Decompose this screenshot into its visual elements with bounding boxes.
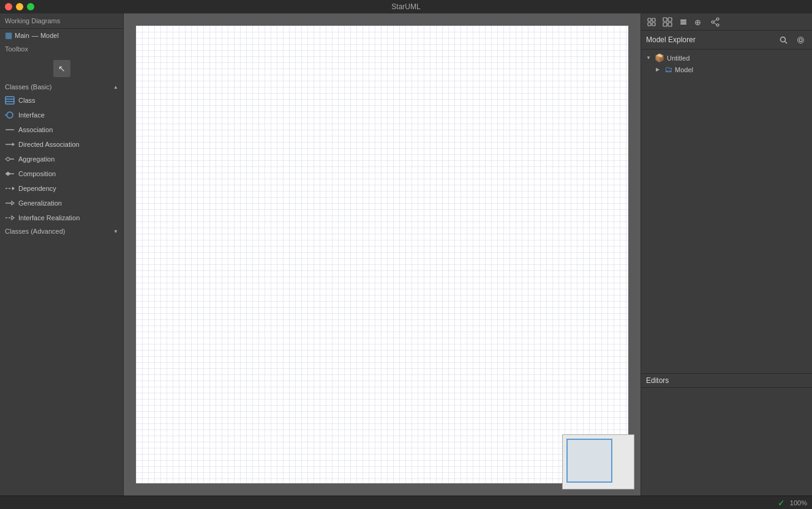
svg-marker-15 bbox=[12, 201, 14, 205]
toolbox-item-directed-association[interactable]: Directed Association bbox=[0, 137, 123, 152]
tree-arrow-untitled: ▼ bbox=[646, 55, 652, 61]
diagram-sublabel: — Model bbox=[32, 32, 59, 39]
cursor-tool[interactable]: ↖ bbox=[0, 56, 123, 81]
svg-marker-7 bbox=[12, 143, 15, 146]
svg-rect-18 bbox=[648, 18, 651, 21]
toolbox-item-interface-realization-label: Interface Realization bbox=[18, 214, 80, 221]
model-explorer-header: Model Explorer bbox=[641, 31, 812, 50]
section-classes-basic-arrow: ▲ bbox=[113, 84, 118, 90]
svg-marker-10 bbox=[6, 172, 10, 176]
working-diagrams-label: Working Diagrams bbox=[5, 17, 60, 24]
svg-rect-0 bbox=[6, 97, 14, 104]
svg-rect-28 bbox=[680, 23, 686, 24]
svg-point-38 bbox=[797, 37, 803, 43]
toolbox-item-association[interactable]: Association bbox=[0, 122, 123, 137]
share-icon-btn[interactable] bbox=[709, 15, 722, 29]
svg-text:⊕: ⊕ bbox=[694, 18, 701, 27]
svg-rect-21 bbox=[652, 23, 655, 26]
section-classes-basic-label: Classes (Basic) bbox=[5, 83, 51, 91]
toolbox-item-aggregation-label: Aggregation bbox=[18, 155, 55, 163]
tree-arrow-model: ▶ bbox=[656, 67, 662, 72]
svg-marker-8 bbox=[6, 157, 10, 161]
toolbox-item-interface[interactable]: Interface bbox=[0, 108, 123, 122]
gear-button[interactable] bbox=[794, 33, 807, 46]
model-icon: 🗂 bbox=[664, 65, 672, 74]
toolbox-item-aggregation[interactable]: Aggregation bbox=[0, 152, 123, 166]
section-classes-basic[interactable]: Classes (Basic) ▲ bbox=[0, 81, 123, 93]
svg-line-33 bbox=[714, 20, 716, 21]
toolbox-item-interface-realization[interactable]: Interface Realization bbox=[0, 210, 123, 225]
app-title: StarUML bbox=[391, 2, 420, 11]
model-explorer-title: Model Explorer bbox=[646, 35, 696, 44]
generalization-icon bbox=[5, 198, 15, 208]
svg-point-30 bbox=[716, 18, 719, 20]
titlebar: StarUML bbox=[0, 0, 812, 13]
panel-search-gear bbox=[776, 33, 807, 46]
svg-rect-27 bbox=[680, 21, 686, 23]
directed-association-icon bbox=[5, 139, 15, 149]
toolbox-item-interface-label: Interface bbox=[18, 111, 45, 119]
toolbox-item-dependency[interactable]: Dependency bbox=[0, 181, 123, 196]
status-check-icon: ✓ bbox=[778, 498, 785, 508]
association-icon bbox=[5, 125, 15, 135]
diagram-item-main[interactable]: ▦ Main — Model bbox=[0, 29, 123, 42]
svg-marker-17 bbox=[12, 216, 14, 220]
svg-rect-20 bbox=[648, 23, 651, 26]
svg-point-31 bbox=[712, 21, 714, 23]
toolbox-item-class[interactable]: Class bbox=[0, 93, 123, 108]
svg-line-34 bbox=[714, 23, 716, 24]
tree-label-model: Model bbox=[675, 66, 693, 73]
layers-icon-btn[interactable] bbox=[677, 15, 690, 29]
toolbox-item-association-label: Association bbox=[18, 126, 53, 133]
diagram-name: Main bbox=[15, 32, 29, 39]
canvas-area[interactable] bbox=[124, 13, 641, 496]
toolbox-item-class-label: Class bbox=[18, 97, 36, 104]
diagram-icon: ▦ bbox=[5, 31, 12, 40]
cursor-icon: ↖ bbox=[53, 60, 70, 77]
untitled-icon: 📦 bbox=[655, 53, 664, 62]
traffic-lights bbox=[5, 3, 34, 10]
toolbox-item-composition[interactable]: Composition bbox=[0, 166, 123, 181]
svg-marker-13 bbox=[12, 187, 15, 190]
tree-label-untitled: Untitled bbox=[667, 54, 690, 62]
tree-item-untitled[interactable]: ▼ 📦 Untitled bbox=[644, 52, 810, 64]
grid-icon-btn[interactable] bbox=[661, 15, 674, 29]
toolbox-item-dependency-label: Dependency bbox=[18, 185, 56, 192]
composition-icon bbox=[5, 169, 15, 179]
toolbox-item-generalization-label: Generalization bbox=[18, 199, 62, 207]
toolbox-section: Toolbox ↖ Classes (Basic) ▲ Cl bbox=[0, 42, 123, 496]
svg-point-32 bbox=[716, 24, 719, 26]
status-zoom: 100% bbox=[790, 499, 807, 507]
svg-line-36 bbox=[784, 41, 787, 43]
minimap-viewport bbox=[566, 439, 612, 483]
svg-point-35 bbox=[780, 37, 785, 42]
tree-area: ▼ 📦 Untitled ▶ 🗂 Model bbox=[641, 50, 812, 373]
maximize-button[interactable] bbox=[27, 3, 34, 10]
toolbox-header: Toolbox bbox=[0, 42, 123, 56]
app-body: Working Diagrams ▦ Main — Model Toolbox … bbox=[0, 13, 812, 496]
toolbox-item-generalization[interactable]: Generalization bbox=[0, 196, 123, 210]
right-toolbar: ⊕ bbox=[641, 13, 812, 31]
editors-panel: Editors bbox=[641, 373, 812, 496]
editors-header: Editors bbox=[641, 374, 812, 388]
svg-rect-19 bbox=[652, 18, 655, 21]
svg-rect-22 bbox=[663, 18, 667, 21]
statusbar: ✓ 100% bbox=[0, 496, 812, 509]
left-sidebar: Working Diagrams ▦ Main — Model Toolbox … bbox=[0, 13, 124, 496]
interface-realization-icon bbox=[5, 213, 15, 223]
section-classes-advanced[interactable]: Classes (Advanced) ▼ bbox=[0, 225, 123, 237]
tree-item-model[interactable]: ▶ 🗂 Model bbox=[644, 64, 810, 75]
minimize-button[interactable] bbox=[16, 3, 23, 10]
toolbox-item-composition-label: Composition bbox=[18, 170, 56, 177]
right-sidebar: ⊕ Model Explorer bbox=[641, 13, 812, 496]
svg-rect-23 bbox=[668, 18, 672, 21]
search-button[interactable] bbox=[776, 33, 790, 46]
canvas-paper bbox=[136, 26, 628, 483]
svg-rect-25 bbox=[668, 23, 672, 26]
working-diagrams-section: Working Diagrams bbox=[0, 13, 123, 29]
puzzle-icon-btn[interactable] bbox=[645, 15, 658, 29]
move-icon-btn[interactable]: ⊕ bbox=[693, 15, 706, 29]
close-button[interactable] bbox=[5, 3, 12, 10]
minimap bbox=[562, 434, 634, 489]
interface-icon bbox=[5, 110, 15, 120]
